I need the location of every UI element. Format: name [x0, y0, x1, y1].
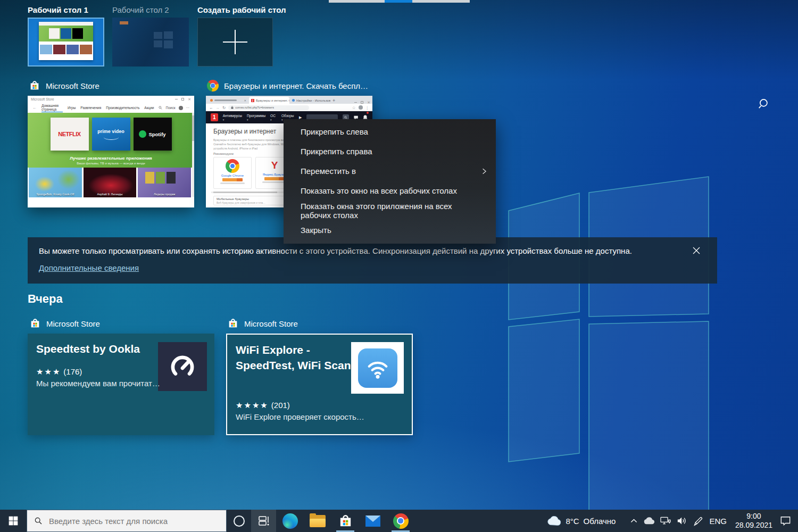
store-search-label: Поиск [165, 106, 175, 110]
menu-os: ОС [270, 114, 277, 121]
onedrive-icon[interactable] [643, 517, 655, 525]
store-bag-icon [29, 318, 41, 329]
minimize-icon [175, 99, 178, 99]
store-hero-caption: Лучшие развлекательные приложения [28, 156, 194, 161]
link-box: Мобильные браузерыВеб-браузеры для смарт… [213, 196, 286, 205]
store-titlebar: Microsoft Store ✕ [28, 96, 194, 103]
language-indicator[interactable]: ENG [708, 517, 728, 526]
wifi-explore-timeline-card[interactable]: WiFi Explore - SpeedTest, WiFi Scan ★★★★… [226, 334, 413, 435]
more-icon: ··· [186, 106, 190, 110]
cortana-button[interactable] [227, 510, 251, 532]
card-name: Google Chrome [221, 174, 244, 177]
tab-favicon [210, 99, 213, 102]
banner-message: Вы можете только просматривать или сохра… [39, 246, 632, 255]
volume-icon[interactable] [676, 516, 688, 526]
chrome-tab-1: ✕ [208, 97, 248, 104]
banner-learn-more-link[interactable]: Дополнительные сведения [39, 263, 139, 272]
desktop-1-thumbnail[interactable] [28, 18, 104, 66]
rating-badge [222, 178, 243, 181]
pen-icon[interactable] [693, 516, 703, 526]
task-view-screen: Рабочий стол 1 Рабочий стол 2 Создать ра… [0, 0, 798, 532]
weather-widget[interactable]: 8°C Облачно [547, 516, 616, 526]
maximize-icon [181, 98, 184, 101]
taskbar-edge-button[interactable] [276, 510, 304, 532]
clock[interactable]: 9:00 28.09.2021 [733, 512, 775, 530]
new-desktop-button[interactable] [197, 18, 273, 66]
store-nav-right: Поиск ··· [159, 106, 189, 110]
lock-icon [231, 106, 234, 109]
timeline-top-scrollbar[interactable] [329, 0, 470, 3]
menu-item-show-app-windows-all-desktops[interactable]: Показать окна этого приложения на всех р… [284, 201, 496, 220]
chrome-window-header[interactable]: Браузеры и интернет. Скачать беспл… [207, 80, 368, 92]
speedtest-card-header: Microsoft Store [29, 318, 100, 329]
action-center-icon[interactable] [779, 516, 792, 526]
speedtest-timeline-card[interactable]: Speedtest by Ookla ★★★(176) Мы рекоменду… [28, 334, 214, 435]
menu-item-snap-right[interactable]: Прикрепить справа [284, 142, 496, 161]
top-sellers-caption: Лидеры продаж [138, 193, 191, 196]
tab-favicon [292, 99, 295, 102]
plus-icon [223, 30, 247, 54]
taskbar-search-box[interactable] [27, 510, 227, 532]
taskbar-mail-button[interactable] [359, 510, 387, 532]
task-view-button[interactable] [251, 510, 276, 532]
taskbar-file-explorer-button[interactable] [304, 510, 331, 532]
spotify-tile: Spotify [134, 118, 172, 151]
store-window-header[interactable]: Microsoft Store [29, 80, 99, 92]
store-tab-home: Домашняя страница [41, 104, 63, 112]
asphalt-caption: Asphalt 9: Легенды [84, 193, 137, 196]
address-bar-right: ☆ ⋮ [352, 105, 369, 110]
url-text: comss.ru/list.php?c=browsers [235, 106, 274, 109]
desktop-2-window-fragment [120, 21, 128, 24]
store-tab-productivity: Производительность [106, 106, 139, 110]
chevron-up-icon[interactable] [629, 517, 638, 525]
network-icon[interactable] [660, 516, 671, 526]
card-description: Мы рекомендуем вам прочитат… [36, 379, 160, 388]
weather-cloud-icon [547, 516, 561, 526]
card-description: WiFi Explore проверяет скорость… [236, 412, 364, 421]
card-rating: ★★★(176) [36, 367, 82, 377]
chrome-icon [207, 80, 219, 92]
window-context-menu: Прикрепить слева Прикрепить справа Перем… [284, 119, 496, 244]
menu-item-snap-left[interactable]: Прикрепить слева [284, 122, 496, 142]
prime-video-tile: prime video [92, 118, 130, 151]
store-window-controls: ✕ [175, 98, 191, 101]
banner-close-button[interactable] [692, 246, 701, 255]
mail-icon [365, 516, 380, 527]
card-name: Яндекс.Браузер [263, 173, 287, 176]
start-button[interactable] [0, 510, 27, 532]
taskbar-chrome-button[interactable] [387, 510, 414, 532]
timeline-search-button[interactable] [758, 97, 772, 112]
chrome-tab-active: 1 Браузеры и интернет. Скачать… [249, 97, 289, 104]
taskbar-store-button[interactable] [331, 510, 359, 532]
chrome-icon [226, 159, 239, 173]
menu-item-move-to[interactable]: Переместить в [284, 161, 496, 181]
store-window-thumbnail[interactable]: Microsoft Store ✕ ← Домашняя страница Иг… [28, 96, 194, 207]
menu-antivirus: Антивирусы [223, 114, 242, 121]
netflix-tile: NETFLIX [51, 118, 89, 151]
store-window-title: Microsoft Store [46, 81, 99, 90]
forward-arrow-icon: → [216, 105, 220, 110]
recommend-label: Рекомендуем [213, 152, 234, 155]
timeline-section-title: Вчера [28, 292, 63, 306]
url-field: comss.ru/list.php?c=browsers [228, 105, 309, 110]
edge-icon [282, 513, 298, 529]
taskbar: 8°C Облачно [0, 510, 798, 532]
close-icon [692, 246, 701, 255]
notification-dot [367, 112, 369, 114]
spongebob-caption: SpongeBob: Krusty Cook-Off [29, 193, 82, 196]
menu-item-show-window-all-desktops[interactable]: Показать это окно на всех рабочих столах [284, 181, 496, 201]
kebab-menu-icon: ⋮ [365, 105, 370, 110]
search-input[interactable] [49, 517, 209, 526]
menu-item-close[interactable]: Закрыть [284, 220, 496, 240]
close-icon: ✕ [367, 101, 370, 104]
rating-badge [264, 177, 285, 180]
chrome-window-controls: ✕ [354, 101, 370, 104]
back-arrow-icon: ← [32, 105, 37, 110]
timeline-top-scrollbar-thumb[interactable] [385, 0, 412, 3]
store-titlebar-text: Microsoft Store [31, 97, 54, 101]
store-bag-icon [227, 318, 239, 329]
store-nav-bar: ← Домашняя страница Игры Развлечения Про… [28, 103, 194, 113]
desktop-2-thumbnail[interactable] [112, 18, 189, 66]
site-logo: 1 [211, 113, 218, 121]
chevron-right-icon [481, 167, 487, 176]
